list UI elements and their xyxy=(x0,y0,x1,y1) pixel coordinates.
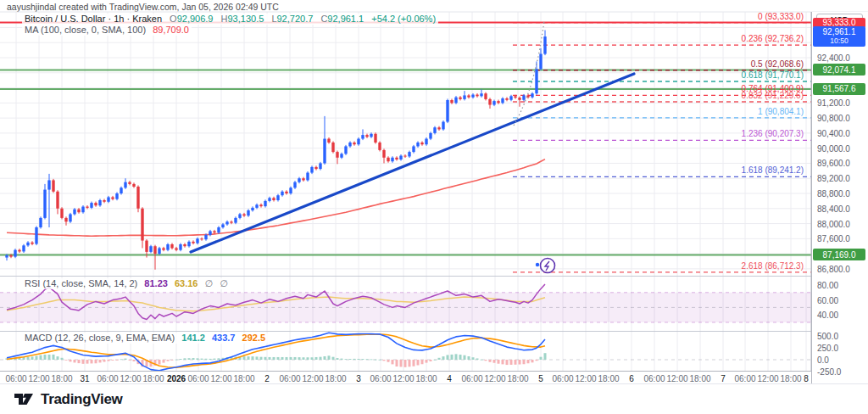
macd-histogram-bar xyxy=(400,360,403,366)
candle-body xyxy=(429,133,431,139)
macd-histogram-bar xyxy=(48,355,51,360)
time-tick: 8 xyxy=(804,374,809,383)
macd-legend[interactable]: MACD (12, 26, close, 9, EMA, EMA) 141.2 … xyxy=(22,333,268,344)
price-axis[interactable]: USD 86,800.087,600.088,000.088,400.088,8… xyxy=(811,12,868,383)
candle-body xyxy=(480,93,482,96)
candle-body xyxy=(361,135,364,138)
candle-body xyxy=(77,210,80,213)
price-tick: 92,400.0 xyxy=(817,53,850,63)
candle-body xyxy=(86,207,88,208)
candle-body xyxy=(378,143,381,150)
rsi-scale-tick: 60.00 xyxy=(817,296,838,305)
tradingview-logo[interactable]: TradingView xyxy=(14,389,123,410)
candle-body xyxy=(471,95,474,98)
macd-histogram-bar xyxy=(294,357,297,360)
candle-body xyxy=(22,245,25,251)
macd-histogram-bar xyxy=(133,360,136,361)
fib-label: 0.618 (91,770.1) xyxy=(742,70,804,80)
candle-body xyxy=(124,182,126,188)
macd-histogram-bar xyxy=(40,355,42,360)
time-tick: 06:00 xyxy=(734,374,755,383)
macd-histogram-bar xyxy=(269,357,271,360)
candle-body xyxy=(395,158,398,159)
candle-body xyxy=(217,227,220,232)
candle-body xyxy=(476,95,478,97)
candle-body xyxy=(60,209,63,218)
macd-histogram-bar xyxy=(476,358,479,360)
candle-body xyxy=(488,99,491,105)
macd-histogram-bar xyxy=(481,360,483,361)
candle-body xyxy=(314,167,317,169)
macd-histogram-bar xyxy=(464,355,466,360)
rsi-label: RSI (14, close, SMA, 14, 2) xyxy=(25,278,137,288)
macd-histogram-bar xyxy=(519,360,521,365)
macd-histogram-bar xyxy=(82,360,85,364)
fib-label: 2.618 (86,712.3) xyxy=(742,261,804,271)
candle-body xyxy=(306,173,309,181)
candle-body xyxy=(281,192,283,195)
candle-body xyxy=(509,96,512,99)
macd-histogram-bar xyxy=(434,360,437,361)
candle-body xyxy=(192,242,194,243)
macd-histogram-bar xyxy=(129,360,131,361)
macd-histogram-bar xyxy=(273,357,275,360)
macd-histogram-bar xyxy=(332,357,335,360)
macd-scale-tick: 0.0 xyxy=(817,355,829,365)
macd-scale-tick: 250.0 xyxy=(817,344,838,353)
ma-value: 89,709.0 xyxy=(153,25,189,35)
time-tick: 18:00 xyxy=(598,374,619,383)
macd-histogram-bar xyxy=(502,360,504,364)
symbol-legend[interactable]: Bitcoin / U.S. Dollar · 1h · Kraken O92,… xyxy=(22,14,438,25)
macd-histogram-bar xyxy=(248,356,250,360)
candle-body xyxy=(446,100,448,122)
macd-histogram-bar xyxy=(404,360,407,367)
time-tick: 5 xyxy=(538,374,543,383)
macd-histogram-bar xyxy=(459,355,462,360)
candle-body xyxy=(14,250,16,257)
candle-body xyxy=(52,180,54,191)
macd-histogram-bar xyxy=(290,357,292,360)
rsi-value: 81.23 xyxy=(144,278,168,288)
candle-body xyxy=(492,101,495,104)
candle-body xyxy=(412,146,415,152)
chart-canvas[interactable]: 0 (93,333.0)0.236 (92,736.2)0.5 (92,068.… xyxy=(0,0,868,414)
rsi-legend[interactable]: RSI (14, close, SMA, 14, 2) 81.23 63.16 … xyxy=(22,278,231,289)
macd-scale-tick: 500.0 xyxy=(817,332,838,341)
candle-body xyxy=(514,96,516,98)
candle-body xyxy=(344,146,347,154)
time-tick: 7 xyxy=(721,374,726,383)
macd-histogram-bar xyxy=(442,356,445,360)
macd-histogram-bar xyxy=(243,356,246,360)
time-tick: 06:00 xyxy=(370,374,391,383)
macd-value: 433.7 xyxy=(212,333,236,343)
candle-body xyxy=(403,156,406,157)
macd-histogram-bar xyxy=(277,357,280,360)
macd-histogram-bar xyxy=(387,360,390,362)
candle-body xyxy=(166,244,169,250)
time-tick: 12:00 xyxy=(484,374,505,383)
time-tick: 06:00 xyxy=(279,374,300,383)
candle-body xyxy=(264,201,266,206)
candle-body xyxy=(302,178,304,180)
macd-histogram-bar xyxy=(455,354,458,360)
candle-body xyxy=(387,158,389,161)
macd-scale-tick: -250.0 xyxy=(817,367,841,377)
macd-histogram-bar xyxy=(205,359,208,360)
macd-histogram-bar xyxy=(163,360,165,363)
macd-histogram-bar xyxy=(256,356,259,360)
open-label: O xyxy=(170,14,177,24)
macd-histogram-bar xyxy=(447,355,449,360)
candle-body xyxy=(365,135,368,137)
candle-body xyxy=(391,158,393,161)
macd-histogram-bar xyxy=(472,357,475,360)
ma-legend[interactable]: MA (100, close, 0, SMA, 100) 89,709.0 xyxy=(22,25,192,36)
time-tick: 18:00 xyxy=(689,374,710,383)
candle-body xyxy=(103,200,105,202)
macd-histogram-bar xyxy=(366,359,369,360)
candle-body xyxy=(293,182,296,188)
tradingview-logo-text: TradingView xyxy=(41,391,123,408)
time-tick: 06:00 xyxy=(461,374,482,383)
time-axis[interactable]: 06:0012:0018:003106:0012:0018:00202606:0… xyxy=(0,371,811,383)
price-tick: 89,200.0 xyxy=(817,174,850,183)
macd-histogram-bar xyxy=(53,355,55,360)
